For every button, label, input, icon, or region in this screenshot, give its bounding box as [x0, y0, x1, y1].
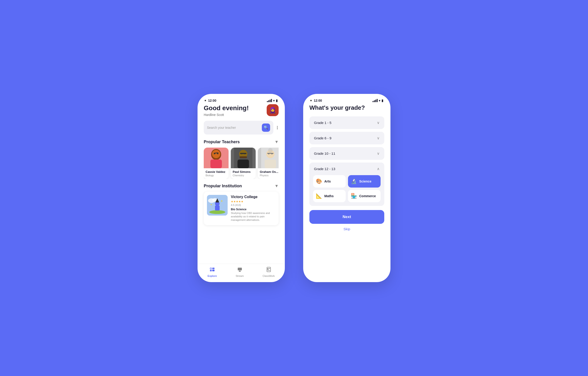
institution-section-header: Propular Institution ▼	[204, 184, 279, 188]
signal-icon-r	[373, 99, 378, 102]
subject-commerce[interactable]: 🏪 Commerce	[348, 190, 381, 202]
commerce-emoji: 🏪	[351, 193, 357, 199]
user-avatar[interactable]: 🧕	[267, 104, 279, 116]
svg-point-1	[212, 150, 220, 158]
nav-classwork[interactable]: ClassWork	[263, 267, 275, 277]
chevron-1: ∨	[377, 136, 380, 140]
battery-icon: ▮	[276, 99, 278, 102]
teacher-avatar-2	[258, 148, 279, 168]
institution-image: ★ ★	[207, 195, 228, 216]
chevron-0: ∨	[377, 121, 380, 125]
svg-rect-37	[239, 271, 241, 272]
grade-title: What's your grade?	[309, 104, 384, 111]
subject-science[interactable]: 🔬 Science	[348, 175, 381, 188]
grade-content: What's your grade? Grade 1 - 5 ∨ Grade 6…	[304, 104, 390, 231]
status-bar-left: 12:00 ▾ ▮	[198, 94, 284, 104]
teacher-name-2: Graham Os...	[260, 170, 279, 174]
svg-rect-2	[210, 159, 222, 168]
maths-emoji: 📐	[316, 193, 322, 199]
search-placeholder: Search your teacher	[207, 126, 260, 129]
teacher-subject-2: Physics	[260, 174, 279, 177]
search-button[interactable]: 🔍	[262, 124, 270, 132]
grade-item-1[interactable]: Grade 6 - 9 ∨	[309, 132, 384, 144]
skip-button[interactable]: Skip	[309, 227, 384, 231]
svg-rect-12	[240, 156, 247, 158]
arts-label: Arts	[324, 179, 331, 183]
grade-item-0[interactable]: Grade 1 - 5 ∨	[309, 116, 384, 129]
svg-point-34	[210, 268, 212, 269]
grade-label-1: Grade 6 - 9	[314, 136, 331, 140]
wifi-icon: ▾	[273, 99, 275, 102]
teacher-subject-1: Chemistry	[233, 174, 254, 177]
status-dot-r	[310, 100, 312, 101]
teacher-card-1[interactable]: Paul Simons Chemistry	[231, 148, 256, 179]
status-icons-right: ▾ ▮	[373, 99, 383, 102]
grade-label-0: Grade 1 - 5	[314, 121, 331, 125]
nav-explore[interactable]: Explore	[208, 267, 217, 277]
arts-emoji: 🎨	[316, 178, 322, 184]
institution-card[interactable]: ★ ★ Victory College ★★★★★ 4.5 (413) Bio …	[204, 192, 279, 225]
phone-right: 12:00 ▾ ▮ What's your grade? Grade 1 - 5…	[303, 94, 390, 282]
status-bar-right: 12:00 ▾ ▮	[304, 94, 390, 104]
greeting-title: Good evening!	[204, 104, 249, 112]
institution-filter-icon[interactable]: ▼	[275, 184, 279, 188]
science-emoji: 🔬	[351, 178, 357, 184]
filter-icon[interactable]: ⫶	[276, 125, 279, 131]
science-label: Science	[359, 179, 371, 183]
teacher-card-2[interactable]: Graham Os... Physics	[258, 148, 279, 179]
institution-desc-title: Bio Science	[231, 208, 275, 211]
greeting-sub: Hardline Scott	[204, 113, 249, 117]
institution-stars: ★★★★★	[231, 200, 275, 203]
svg-rect-40	[267, 270, 270, 271]
institution-rating: 4.5 (413)	[231, 204, 275, 206]
grade-item-3-header[interactable]: Grade 12 - 13 ∧	[309, 163, 384, 175]
phone-left: 12:00 ▾ ▮ Good evening! Hardline Scott 🧕	[198, 94, 285, 282]
teacher-card-0[interactable]: Cassie Valdez Biology	[204, 148, 229, 179]
grade-label-3: Grade 12 - 13	[314, 167, 335, 171]
svg-rect-25	[215, 205, 220, 210]
institution-section-title: Propular Institution	[204, 184, 242, 188]
svg-rect-41	[269, 268, 270, 269]
commerce-label: Commerce	[359, 194, 376, 198]
search-row: Search your teacher 🔍 ⫶	[204, 121, 279, 135]
status-icons-left: ▾ ▮	[267, 99, 278, 102]
teacher-name-1: Paul Simons	[233, 170, 254, 174]
subject-maths[interactable]: 📐 Maths	[313, 190, 346, 202]
phone-left-content: Good evening! Hardline Scott 🧕 Search yo…	[198, 104, 284, 278]
stream-label: Stream	[236, 274, 244, 277]
grade-subjects: 🎨 Arts 🔬 Science 📐 Maths 🏪 Commerce	[309, 175, 384, 206]
search-box[interactable]: Search your teacher 🔍	[204, 121, 273, 135]
teachers-section-title: Propular Teachers	[204, 140, 240, 144]
subject-arts[interactable]: 🎨 Arts	[313, 175, 346, 188]
explore-label: Explore	[208, 274, 217, 277]
svg-rect-8	[237, 159, 249, 168]
bottom-nav: Explore Stream ClassWork	[198, 264, 284, 282]
svg-rect-15	[265, 159, 276, 168]
teacher-info-2: Graham Os... Physics	[258, 168, 279, 179]
chevron-2: ∨	[377, 151, 380, 156]
svg-rect-39	[267, 268, 268, 270]
svg-rect-11	[240, 153, 246, 154]
institution-name: Victory College	[231, 195, 275, 199]
nav-stream[interactable]: Stream	[236, 267, 244, 277]
header-row: Good evening! Hardline Scott 🧕	[204, 104, 279, 117]
svg-rect-33	[212, 270, 214, 271]
grade-item-2[interactable]: Grade 10 - 11 ∨	[309, 147, 384, 160]
status-dot	[205, 100, 206, 101]
svg-text:★: ★	[221, 200, 223, 202]
next-button[interactable]: Next	[309, 210, 384, 224]
institution-details: Victory College ★★★★★ 4.5 (413) Bio Scie…	[231, 195, 275, 222]
svg-point-19	[268, 148, 273, 153]
wifi-icon-r: ▾	[379, 99, 380, 102]
chevron-3: ∧	[377, 167, 380, 171]
teacher-name-0: Cassie Valdez	[206, 170, 227, 174]
institution-desc: Studying how CBD awareness and availabil…	[231, 211, 275, 222]
svg-point-23	[209, 210, 225, 214]
grade-label-2: Grade 10 - 11	[314, 152, 335, 155]
teachers-filter-icon[interactable]: ▼	[275, 140, 279, 144]
stream-icon	[237, 267, 243, 274]
teacher-subject-0: Biology	[206, 174, 227, 177]
grade-item-3-expanded: Grade 12 - 13 ∧ 🎨 Arts 🔬 Science 📐 Maths	[309, 163, 384, 206]
battery-icon-r: ▮	[382, 99, 383, 102]
teacher-avatar-0	[204, 148, 229, 168]
